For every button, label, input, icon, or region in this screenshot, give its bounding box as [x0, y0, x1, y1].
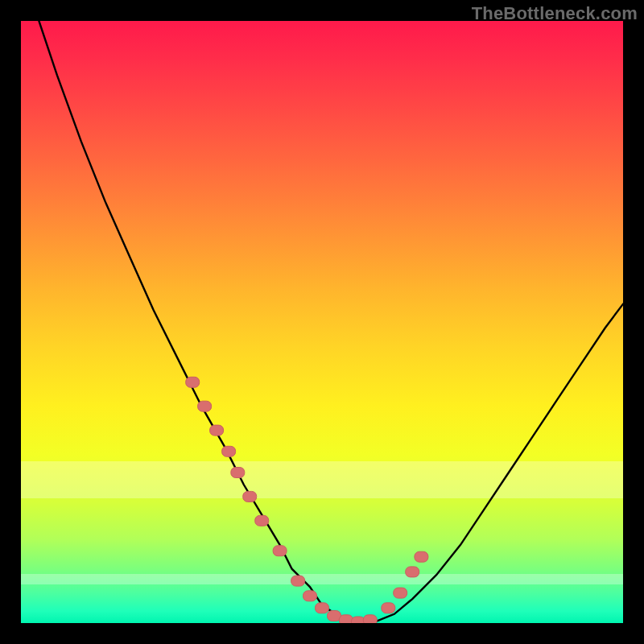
curve-layer [21, 21, 623, 623]
curve-marker [243, 491, 257, 502]
curve-marker [394, 588, 407, 598]
curve-marker [210, 425, 224, 436]
curve-marker [382, 603, 395, 613]
curve-marker [291, 576, 305, 586]
curve-marker [222, 446, 236, 456]
curve-marker [363, 615, 377, 623]
curve-marker [303, 591, 317, 601]
curve-marker [316, 603, 329, 613]
curve-marker [273, 546, 287, 556]
curve-marker [198, 401, 212, 411]
curve-marker [255, 515, 269, 526]
plot-area [21, 21, 623, 623]
curve-marker [406, 567, 419, 577]
marker-group [186, 377, 428, 623]
chart-frame: TheBottleneck.com [0, 0, 644, 644]
curve-marker [186, 377, 200, 387]
curve-marker [231, 468, 245, 478]
curve-marker [415, 551, 428, 562]
bottleneck-curve [39, 21, 623, 623]
watermark-text: TheBottleneck.com [472, 3, 638, 24]
curve-marker [339, 615, 353, 623]
